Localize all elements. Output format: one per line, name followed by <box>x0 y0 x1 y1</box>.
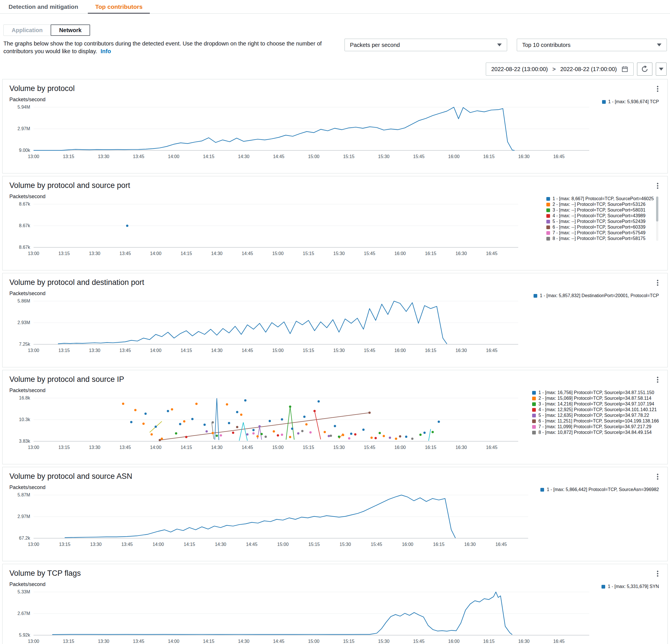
description-body: The graphs below show the top contributo… <box>3 40 322 54</box>
legend-item[interactable]: 6 - [max: 11,251] Protocol=TCP, SourceIp… <box>532 418 659 424</box>
date-range-options-button[interactable] <box>656 63 667 76</box>
kebab-dot <box>657 88 658 90</box>
svg-text:13:15: 13:15 <box>58 445 70 450</box>
legend-item[interactable]: 8 - [max: 10,872] Protocol=TCP, SourceIp… <box>532 430 659 435</box>
kebab-menu-icon[interactable] <box>655 472 661 482</box>
legend-item[interactable]: 2 - [max: --] Protocol=TCP, SourcePort=5… <box>546 201 654 207</box>
svg-text:14:15: 14:15 <box>184 542 195 547</box>
chart-title: Volume by protocol and destination port <box>9 278 144 287</box>
legend-item[interactable]: 1 - [max: 16,756] Protocol=TCP, SourceIp… <box>532 390 659 395</box>
svg-text:14:45: 14:45 <box>242 445 253 450</box>
svg-text:2.97M: 2.97M <box>18 126 30 131</box>
svg-text:16:00: 16:00 <box>394 445 406 450</box>
metric-select-value: Packets per second <box>350 42 400 48</box>
svg-text:13:15: 13:15 <box>58 348 70 353</box>
svg-text:10.3k: 10.3k <box>19 417 30 422</box>
svg-text:14:15: 14:15 <box>203 639 214 644</box>
svg-text:15:15: 15:15 <box>303 348 314 353</box>
legend-item[interactable]: 6 - [max: --] Protocol=TCP, SourcePort=6… <box>546 224 654 230</box>
contributor-count-value: Top 10 contributors <box>522 42 571 48</box>
svg-text:5.94M: 5.94M <box>18 105 30 109</box>
svg-text:16:30: 16:30 <box>455 445 467 450</box>
refresh-button[interactable] <box>637 63 652 76</box>
svg-text:15:15: 15:15 <box>308 542 320 547</box>
kebab-dot <box>657 476 658 477</box>
chart-panel: Volume by protocolPackets/second5.94M2.9… <box>2 79 668 173</box>
chart-title: Volume by protocol and source ASN <box>9 472 132 481</box>
contributor-count-select[interactable]: Top 10 contributors <box>517 39 667 51</box>
application-toggle-button[interactable]: Application <box>3 24 51 36</box>
tab-top-contributors[interactable]: Top contributors <box>87 0 151 13</box>
legend-item[interactable]: 3 - [max: 14,216] Protocol=TCP, SourceIp… <box>532 401 659 407</box>
kebab-dot <box>657 573 658 574</box>
svg-text:15:30: 15:30 <box>340 542 351 547</box>
legend-item[interactable]: 8 - [max: --] Protocol=TCP, SourcePort=5… <box>546 236 654 241</box>
svg-text:16:15: 16:15 <box>483 639 495 644</box>
svg-text:15:15: 15:15 <box>303 251 314 256</box>
svg-text:2.93M: 2.93M <box>18 320 30 325</box>
kebab-menu-icon[interactable] <box>655 181 661 191</box>
legend-item[interactable]: 1 - [max: 5,331,679] SYN <box>602 584 659 589</box>
svg-text:14:45: 14:45 <box>273 639 284 644</box>
kebab-dot <box>657 185 658 186</box>
svg-text:14:30: 14:30 <box>211 251 223 256</box>
svg-text:2.97M: 2.97M <box>18 514 30 519</box>
svg-text:16:15: 16:15 <box>483 154 495 159</box>
svg-text:13:45: 13:45 <box>133 154 144 159</box>
svg-text:15:30: 15:30 <box>333 251 345 256</box>
kebab-menu-icon[interactable] <box>655 84 661 94</box>
tab-detection-and-mitigation[interactable]: Detection and mitigation <box>0 0 87 13</box>
legend-item[interactable]: 1 - [max: 5,866,442] Protocol=TCP, Sourc… <box>540 487 659 492</box>
legend-label: 2 - [max: --] Protocol=TCP, SourcePort=5… <box>553 201 645 207</box>
network-toggle-button[interactable]: Network <box>51 24 90 36</box>
legend-color-swatch <box>546 231 550 235</box>
svg-text:16:15: 16:15 <box>433 542 445 547</box>
svg-text:7.25k: 7.25k <box>19 342 30 346</box>
metric-select[interactable]: Packets per second <box>345 39 507 51</box>
kebab-dot <box>657 187 658 189</box>
kebab-dot <box>657 86 658 87</box>
svg-text:14:30: 14:30 <box>211 445 223 450</box>
kebab-menu-icon[interactable] <box>655 375 661 385</box>
legend-scrollbar[interactable] <box>656 196 658 241</box>
y-axis-label: Packets/second <box>9 97 661 103</box>
legend-color-swatch <box>546 220 550 223</box>
kebab-menu-icon[interactable] <box>655 278 661 288</box>
svg-text:15:30: 15:30 <box>333 348 345 353</box>
legend-item[interactable]: 7 - [max: --] Protocol=TCP, SourcePort=5… <box>546 230 654 236</box>
legend-item[interactable]: 5 - [max: --] Protocol=TCP, SourcePort=5… <box>546 219 654 224</box>
svg-text:14:15: 14:15 <box>180 348 192 353</box>
kebab-dot <box>657 474 658 475</box>
legend-label: 6 - [max: --] Protocol=TCP, SourcePort=6… <box>553 224 645 230</box>
kebab-dot <box>657 90 658 92</box>
date-range-picker[interactable]: 2022-08-22 (13:00:00) > 2022-08-22 (17:0… <box>486 63 634 76</box>
kebab-dot <box>657 183 658 184</box>
svg-text:13:00: 13:00 <box>28 639 39 644</box>
legend-item[interactable]: 1 - [max: 5,857,832] DestinationPort=200… <box>534 293 659 299</box>
kebab-menu-icon[interactable] <box>655 569 661 579</box>
svg-text:14:15: 14:15 <box>180 251 192 256</box>
legend-color-swatch <box>546 203 550 207</box>
kebab-dot <box>657 284 658 286</box>
legend-item[interactable]: 1 - [max: 8,667] Protocol=TCP, SourcePor… <box>546 196 654 201</box>
chart-title: Volume by protocol <box>9 84 75 93</box>
chart-legend: 1 - [max: 5,866,442] Protocol=TCP, Sourc… <box>540 487 659 492</box>
legend-label: 6 - [max: 11,251] Protocol=TCP, SourceIp… <box>538 418 659 424</box>
chart-panel: Volume by protocol and source ASNPackets… <box>2 467 668 561</box>
legend-item[interactable]: 1 - [max: 5,936,674] TCP <box>602 99 659 105</box>
legend-item[interactable]: 7 - [max: 11,099] Protocol=TCP, SourceIp… <box>532 424 659 430</box>
legend-color-swatch <box>546 197 550 201</box>
svg-text:13:45: 13:45 <box>119 348 131 353</box>
legend-color-swatch <box>546 237 550 240</box>
legend-item[interactable]: 2 - [max: 15,069] Protocol=TCP, SourceIp… <box>532 395 659 401</box>
legend-item[interactable]: 4 - [max: --] Protocol=TCP, SourcePort=4… <box>546 213 654 219</box>
svg-text:13:30: 13:30 <box>90 542 102 547</box>
scrollbar-thumb[interactable] <box>656 196 658 222</box>
legend-item[interactable]: 5 - [max: 12,635] Protocol=TCP, SourceIp… <box>532 412 659 418</box>
kebab-dot <box>657 575 658 577</box>
svg-text:15:15: 15:15 <box>303 445 314 450</box>
legend-item[interactable]: 4 - [max: 12,925] Protocol=TCP, SourceIp… <box>532 407 659 412</box>
kebab-dot <box>657 280 658 281</box>
legend-item[interactable]: 3 - [max: --] Protocol=TCP, SourcePort=5… <box>546 207 654 213</box>
info-link[interactable]: Info <box>100 48 111 54</box>
